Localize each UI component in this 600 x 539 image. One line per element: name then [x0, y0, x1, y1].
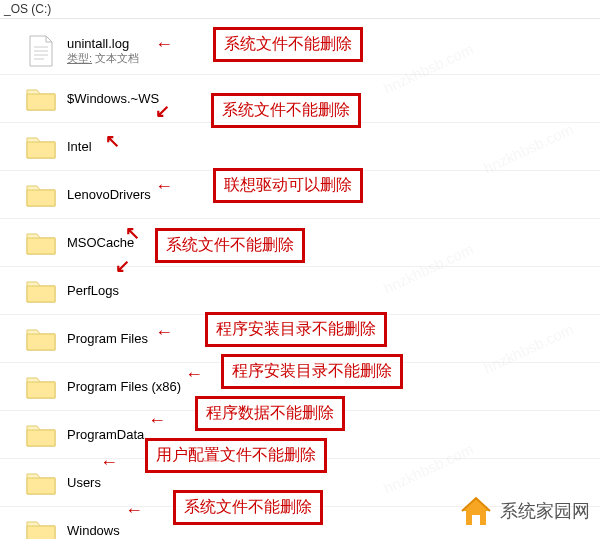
arrow-icon: ← [155, 322, 173, 343]
file-name: Windows [67, 523, 120, 538]
arrow-icon: ↖ [105, 130, 120, 152]
file-info: Program Files [67, 331, 148, 346]
arrow-icon: ← [148, 410, 166, 431]
file-name: Intel [67, 139, 92, 154]
arrow-icon: ← [185, 364, 203, 385]
file-info: Program Files (x86) [67, 379, 181, 394]
brand-text: 系统家园网 [500, 499, 590, 523]
folder-icon [25, 368, 57, 406]
file-info: unintall.log类型: 文本文档 [67, 36, 139, 66]
annotation-box: 用户配置文件不能删除 [145, 438, 327, 473]
annotation-box: 系统文件不能删除 [211, 93, 361, 128]
folder-icon [25, 512, 57, 540]
annotation-box: 联想驱动可以删除 [213, 168, 363, 203]
file-info: Windows [67, 523, 120, 538]
annotation-box: 系统文件不能删除 [155, 228, 305, 263]
file-info: Intel [67, 139, 92, 154]
file-info: PerfLogs [67, 283, 119, 298]
file-name: Users [67, 475, 101, 490]
file-name: $Windows.~WS [67, 91, 159, 106]
file-name: Program Files [67, 331, 148, 346]
arrow-icon: ↖ [125, 222, 140, 244]
svg-rect-4 [472, 515, 480, 525]
annotation-box: 程序安装目录不能删除 [205, 312, 387, 347]
file-name: PerfLogs [67, 283, 119, 298]
file-type-value: 文本文档 [92, 52, 139, 64]
arrow-icon: ← [155, 176, 173, 197]
annotation-box: 程序安装目录不能删除 [221, 354, 403, 389]
file-info: ProgramData [67, 427, 144, 442]
file-row[interactable]: Intel [0, 123, 600, 171]
arrow-icon: ← [100, 452, 118, 473]
file-row[interactable]: PerfLogs [0, 267, 600, 315]
arrow-icon: ← [155, 34, 173, 55]
annotation-box: 系统文件不能删除 [173, 490, 323, 525]
annotation-box: 系统文件不能删除 [213, 27, 363, 62]
folder-icon [25, 320, 57, 358]
file-info: Users [67, 475, 101, 490]
folder-icon [25, 272, 57, 310]
file-type: 类型: 文本文档 [67, 51, 139, 66]
file-info: $Windows.~WS [67, 91, 159, 106]
arrow-icon: ↙ [155, 100, 170, 122]
folder-icon [25, 224, 57, 262]
file-name: LenovoDrivers [67, 187, 151, 202]
folder-icon [25, 416, 57, 454]
folder-icon [25, 128, 57, 166]
arrow-icon: ↙ [115, 255, 130, 277]
path-header: _OS (C:) [0, 0, 600, 19]
path-text: _OS (C:) [4, 2, 51, 16]
file-name: unintall.log [67, 36, 139, 51]
annotation-box: 程序数据不能删除 [195, 396, 345, 431]
file-name: ProgramData [67, 427, 144, 442]
file-type-label: 类型: [67, 52, 92, 64]
file-info: LenovoDrivers [67, 187, 151, 202]
arrow-icon: ← [125, 500, 143, 521]
brand-footer: 系统家园网 [458, 493, 590, 529]
folder-icon [25, 464, 57, 502]
file-name: Program Files (x86) [67, 379, 181, 394]
folder-icon [25, 176, 57, 214]
house-icon [458, 493, 494, 529]
document-icon [25, 32, 57, 70]
folder-icon [25, 80, 57, 118]
